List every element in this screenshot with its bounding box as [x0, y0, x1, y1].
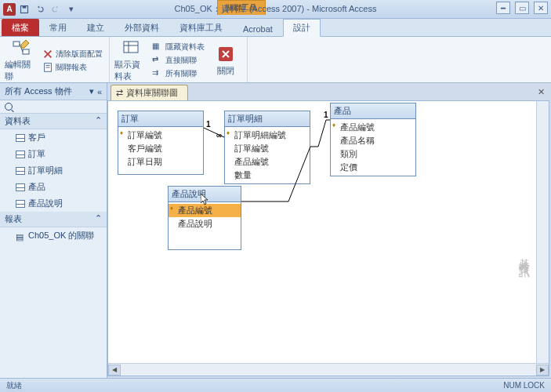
window-controls: ━ ▭ ✕: [496, 2, 548, 14]
svg-rect-2: [13, 42, 20, 46]
tab-file[interactable]: 檔案: [2, 19, 39, 36]
edit-relationships-button[interactable]: 編輯關聯: [5, 38, 38, 82]
nav-header-label: 所有 Access 物件: [5, 85, 72, 97]
cardinality-one: 1: [324, 111, 328, 119]
clear-layout-label: 清除版面配置: [56, 49, 103, 60]
field-product-name[interactable]: 產品名稱: [331, 134, 415, 147]
title-bar: A ▾ 關聯工具 Ch05_OK：資料庫 (Access 2007) - Mic…: [0, 0, 551, 19]
field-product-id[interactable]: 產品編號: [169, 204, 241, 217]
relationships-canvas[interactable]: 訂單 訂單編號 客戶編號 訂單日期 訂單明細 訂單明細編號 訂單編號 產品編號 …: [107, 100, 549, 376]
collapse-icon: ⌃: [95, 115, 102, 127]
nav-report-relationships[interactable]: ▤Ch05_OK 的關聯: [0, 227, 107, 244]
document-area: ⇄ 資料庫關聯圖 ✕ 訂單 訂單編號 客戶編號 訂單日期 訂單明細 訂單明細編號: [107, 83, 551, 378]
relationships-icon: ⇄: [116, 88, 123, 98]
navigation-pane: 所有 Access 物件 ▾ « 資料表⌃ 客戶 訂單 訂單明細 產品 產品說明…: [0, 83, 107, 378]
table-icon: [16, 151, 25, 158]
edit-relationships-label: 編輯關聯: [5, 59, 38, 82]
table-box-orderdetail[interactable]: 訂單明細 訂單明細編號 訂單編號 產品編號 數量: [224, 111, 310, 184]
table-title: 訂單: [118, 111, 203, 127]
close-label: 關閉: [217, 65, 234, 77]
show-table-label: 顯示資料表: [114, 59, 147, 82]
svg-rect-1: [23, 5, 27, 8]
search-icon[interactable]: [5, 103, 13, 111]
collapse-icon: ⌃: [95, 213, 102, 225]
field-category[interactable]: 類別: [331, 147, 415, 161]
scroll-left-icon[interactable]: ◀: [108, 365, 121, 376]
table-box-order[interactable]: 訂單 訂單編號 客戶編號 訂單日期: [118, 111, 204, 175]
numlock-indicator: NUM LOCK: [503, 381, 545, 390]
window-title: Ch05_OK：資料庫 (Access 2007) - Microsoft Ac…: [175, 3, 377, 15]
status-bar: 就緒 NUM LOCK: [0, 378, 551, 392]
close-icon: [216, 45, 235, 64]
document-close-button[interactable]: ✕: [535, 86, 546, 97]
table-title: 產品說明: [169, 187, 241, 202]
field-order-date[interactable]: 訂單日期: [118, 155, 203, 169]
table-box-productdesc[interactable]: 產品說明 產品編號 產品說明: [168, 186, 241, 250]
redo-icon[interactable]: [49, 2, 63, 16]
field-product-desc[interactable]: 產品說明: [169, 217, 241, 230]
field-detail-id[interactable]: 訂單明細編號: [225, 129, 310, 142]
tab-design[interactable]: 設計: [283, 19, 321, 37]
scroll-right-icon[interactable]: ▶: [536, 365, 549, 376]
tab-create[interactable]: 建立: [77, 19, 114, 36]
tab-acrobat[interactable]: Acrobat: [233, 21, 283, 36]
restore-button[interactable]: ▭: [515, 2, 529, 14]
close-relationships-button[interactable]: 關閉: [209, 38, 242, 82]
tab-external[interactable]: 外部資料: [114, 19, 169, 36]
tab-dbtools[interactable]: 資料庫工具: [169, 19, 233, 36]
field-quantity[interactable]: 數量: [225, 169, 310, 182]
show-table-icon: [121, 38, 140, 57]
field-price[interactable]: 定價: [331, 161, 415, 174]
nav-dropdown-icon[interactable]: ▾: [89, 86, 94, 96]
direct-rel-icon: ⇄: [152, 55, 163, 66]
relationship-report-label: 關聯報表: [56, 62, 87, 73]
nav-header[interactable]: 所有 Access 物件 ▾ «: [0, 83, 107, 100]
clear-layout-button[interactable]: 清除版面配置: [41, 48, 104, 60]
tab-home[interactable]: 常用: [39, 19, 77, 36]
nav-collapse-icon[interactable]: «: [97, 87, 102, 96]
nav-table-order[interactable]: 訂單: [0, 146, 107, 162]
nav-table-product[interactable]: 產品: [0, 179, 107, 195]
nav-group-reports[interactable]: 報表⌃: [0, 212, 107, 227]
ribbon: 編輯關聯 清除版面配置 關聯報表 工具 顯示資料表 ▦隱藏資料表: [0, 36, 551, 83]
main-area: 所有 Access 物件 ▾ « 資料表⌃ 客戶 訂單 訂單明細 產品 產品說明…: [0, 83, 551, 378]
field-customer-id[interactable]: 客戶編號: [118, 142, 203, 155]
minimize-button[interactable]: ━: [496, 2, 510, 14]
cardinality-one: 1: [206, 120, 211, 129]
field-order-id[interactable]: 訂單編號: [118, 129, 203, 142]
table-icon: [16, 183, 25, 191]
nav-table-orderdetail[interactable]: 訂單明細: [0, 162, 107, 179]
nav-table-productdesc[interactable]: 產品說明: [0, 195, 107, 212]
show-table-button[interactable]: 顯示資料表: [114, 38, 147, 82]
close-button[interactable]: ✕: [534, 2, 548, 14]
ribbon-tab-strip: 檔案 常用 建立 外部資料 資料庫工具 Acrobat 設計: [0, 19, 551, 36]
qat-dropdown-icon[interactable]: ▾: [64, 2, 78, 16]
table-box-product[interactable]: 產品 產品編號 產品名稱 類別 定價: [330, 103, 416, 176]
report-icon: [42, 62, 53, 73]
horizontal-scrollbar[interactable]: ◀ ▶: [108, 363, 549, 376]
all-relationships-button[interactable]: ⇉所有關聯: [150, 67, 206, 80]
undo-icon[interactable]: [33, 2, 47, 16]
status-text: 就緒: [6, 380, 22, 391]
hide-table-button[interactable]: ▦隱藏資料表: [150, 41, 206, 53]
table-title: 訂單明細: [225, 111, 310, 127]
vertical-scrollbar[interactable]: [536, 101, 549, 363]
field-product-id[interactable]: 產品編號: [331, 121, 415, 134]
nav-search-row: [0, 100, 107, 114]
quick-access-toolbar: A ▾: [0, 2, 78, 16]
cardinality-many: ∞: [216, 131, 222, 140]
app-icon[interactable]: A: [3, 3, 16, 16]
table-title: 產品: [331, 103, 415, 119]
report-icon: ▤: [16, 232, 25, 240]
nav-table-customer[interactable]: 客戶: [0, 129, 107, 146]
field-product-id[interactable]: 產品編號: [225, 155, 310, 169]
edit-relationships-icon: [12, 38, 31, 57]
svg-rect-10: [124, 42, 138, 53]
relationship-report-button[interactable]: 關聯報表: [41, 61, 104, 74]
save-icon[interactable]: [17, 2, 31, 16]
document-tab-relationships[interactable]: ⇄ 資料庫關聯圖: [111, 85, 188, 100]
nav-group-tables[interactable]: 資料表⌃: [0, 114, 107, 129]
document-tab-bar: ⇄ 資料庫關聯圖 ✕: [107, 83, 551, 100]
direct-relationships-button[interactable]: ⇄直接關聯: [150, 54, 206, 67]
field-order-id[interactable]: 訂單編號: [225, 142, 310, 155]
